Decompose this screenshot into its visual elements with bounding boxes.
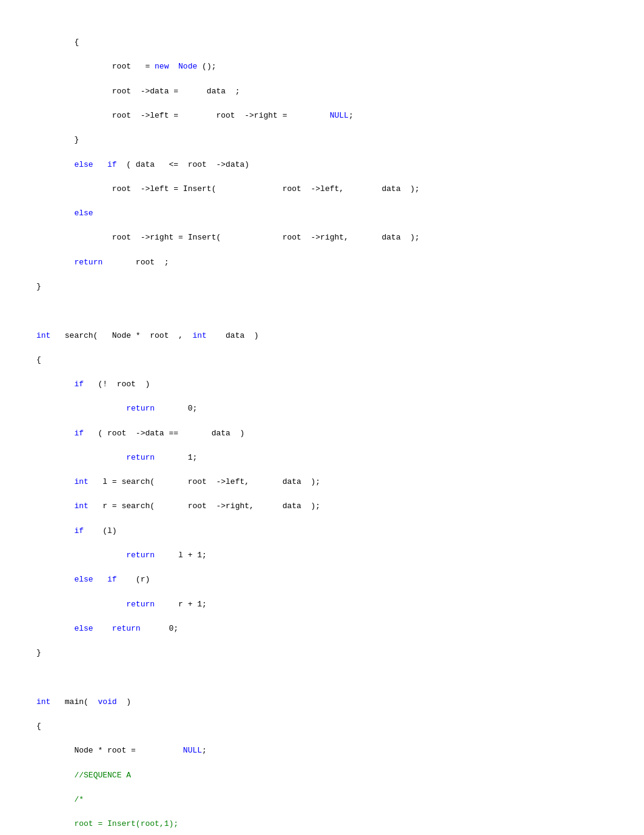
code-line: int l = search( root ->left, data ); — [36, 476, 608, 488]
code-line: int r = search( root ->right, data ); — [36, 500, 608, 512]
code-line: //SEQUENCE A — [36, 770, 608, 782]
code-line: return root ; — [36, 257, 608, 269]
code-line: root ->data = data ; — [36, 86, 608, 98]
code-line: { — [36, 36, 608, 49]
code-line: root = Insert(root,1); — [36, 818, 608, 830]
code-line: else if (r) — [36, 574, 608, 586]
code-line: root ->right = Insert( root ->right, dat… — [36, 232, 608, 244]
code-line: Node * root = NULL; — [36, 745, 608, 757]
code-line: return r + 1; — [36, 599, 608, 611]
code-line: else return 0; — [36, 623, 608, 635]
code-line: return 0; — [36, 403, 608, 415]
code-line: else — [36, 207, 608, 220]
code-line: { — [36, 354, 608, 366]
code-line: int main( void ) — [36, 696, 608, 708]
code-line — [36, 671, 608, 683]
code-line: root ->left = root ->right = NULL; — [36, 110, 608, 122]
code-line: return 1; — [36, 452, 608, 464]
code-line: root = new Node (); — [36, 61, 608, 73]
code-line: } — [36, 647, 608, 659]
code-line: if ( root ->data == data ) — [36, 428, 608, 440]
code-line: } — [36, 281, 608, 293]
code-line: if (! root ) — [36, 378, 608, 391]
code-line: if (l) — [36, 525, 608, 537]
code-block: { root = new Node (); root ->data = data… — [36, 24, 608, 835]
code-line: { — [36, 720, 608, 733]
code-line: int search( Node * root , int data ) — [36, 330, 608, 342]
code-line — [36, 305, 608, 317]
code-line: else if ( data <= root ->data) — [36, 159, 608, 171]
code-line: return l + 1; — [36, 549, 608, 562]
code-line: root ->left = Insert( root ->left, data … — [36, 183, 608, 195]
code-line: /* — [36, 794, 608, 806]
page-container: { root = new Node (); root ->data = data… — [0, 0, 644, 835]
code-line: } — [36, 134, 608, 146]
